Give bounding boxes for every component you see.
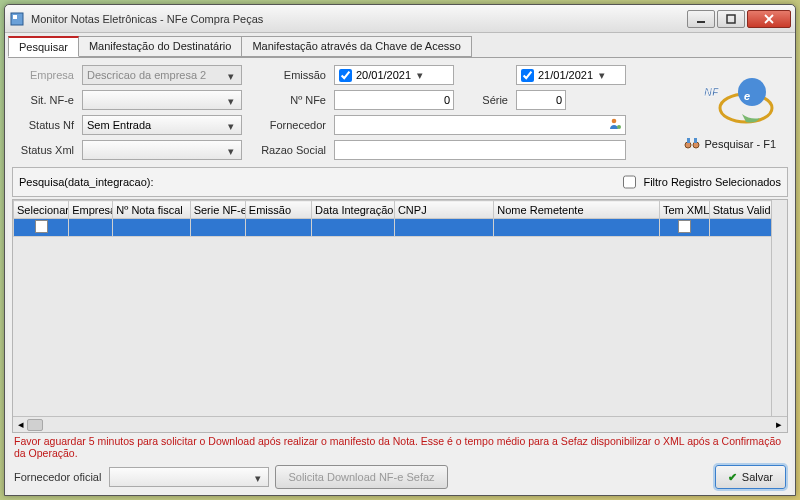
statusxml-combo[interactable]: ▾ — [82, 140, 242, 160]
fornecedor-label: Fornecedor — [248, 119, 328, 131]
window-title: Monitor Notas Eletrônicas - NFe Compra P… — [31, 13, 687, 25]
filter-selected-checkbox[interactable] — [623, 173, 636, 191]
razao-label: Razao Social — [248, 144, 328, 156]
scroll-thumb[interactable] — [27, 419, 43, 431]
app-window: Monitor Notas Eletrônicas - NFe Compra P… — [4, 4, 796, 496]
empresa-combo[interactable]: Descricao da empresa 2 ▾ — [82, 65, 242, 85]
serie-input[interactable]: 0 — [516, 90, 566, 110]
nfe-label: Nº NFe — [248, 94, 328, 106]
pesquisar-button[interactable]: Pesquisar - F1 — [684, 136, 776, 152]
tab-pesquisar[interactable]: Pesquisar — [8, 36, 79, 57]
search-input[interactable] — [158, 173, 610, 191]
column-header[interactable]: Data Integração — [312, 201, 395, 219]
search-row: Pesquisa(data_integracao): Filtro Regist… — [12, 167, 788, 197]
row-select-checkbox[interactable] — [35, 220, 48, 233]
chevron-down-icon: ▾ — [413, 69, 427, 82]
titlebar: Monitor Notas Eletrônicas - NFe Compra P… — [5, 5, 795, 33]
svg-point-7 — [617, 125, 621, 129]
pesquisar-label: Pesquisar - F1 — [704, 138, 776, 150]
emissao-to-date[interactable]: 21/01/2021 ▾ — [516, 65, 626, 85]
close-button[interactable] — [747, 10, 791, 28]
binoculars-icon — [684, 136, 700, 152]
fornecedor-input[interactable] — [334, 115, 626, 135]
statusnf-combo[interactable]: Sem Entrada ▾ — [82, 115, 242, 135]
app-icon — [9, 11, 25, 27]
emissao-from-date[interactable]: 20/01/2021 ▾ — [334, 65, 454, 85]
column-header[interactable]: Nome Remetente — [494, 201, 660, 219]
column-header[interactable]: Tem XML — [659, 201, 709, 219]
column-header[interactable]: CNPJ — [394, 201, 493, 219]
statusnf-label: Status Nf — [16, 119, 76, 131]
solicita-label: Solicita Download NF-e Sefaz — [288, 471, 434, 483]
svg-rect-1 — [13, 15, 17, 19]
emissao-from-value: 20/01/2021 — [354, 69, 413, 81]
svg-rect-3 — [727, 15, 735, 23]
warning-text: Favor aguardar 5 minutos para solicitar … — [8, 433, 792, 461]
emissao-to-checkbox[interactable] — [521, 69, 534, 82]
column-header[interactable]: Emissão — [245, 201, 311, 219]
chevron-down-icon: ▾ — [251, 471, 265, 485]
empresa-label: Empresa — [16, 69, 76, 81]
svg-point-6 — [612, 119, 617, 124]
statusxml-label: Status Xml — [16, 144, 76, 156]
emissao-from-checkbox[interactable] — [339, 69, 352, 82]
grid-table[interactable]: SelecionarEmpresaNº Nota fiscalSerie NF-… — [13, 200, 787, 237]
horizontal-scrollbar[interactable]: ◂ ▸ — [13, 416, 787, 432]
filter-selected-label: Filtro Registro Selecionados — [643, 176, 781, 188]
check-icon: ✔ — [728, 471, 737, 484]
window-buttons — [687, 10, 791, 28]
filter-selected-container: Filtro Registro Selecionados — [619, 170, 781, 194]
column-header[interactable]: Selecionar — [14, 201, 69, 219]
column-header[interactable]: Serie NF-e — [190, 201, 245, 219]
minimize-button[interactable] — [687, 10, 715, 28]
emissao-to-value: 21/01/2021 — [536, 69, 595, 81]
content-pane: Empresa Descricao da empresa 2 ▾ Emissão… — [8, 57, 792, 495]
razao-input[interactable] — [334, 140, 626, 160]
chevron-down-icon: ▾ — [595, 69, 609, 82]
statusnf-value: Sem Entrada — [87, 119, 151, 131]
fornecedor-oficial-label: Fornecedor oficial — [14, 471, 103, 483]
salvar-label: Salvar — [742, 471, 773, 483]
nfe-logo: NF e — [694, 66, 784, 136]
vertical-scrollbar[interactable] — [771, 200, 787, 416]
emissao-label: Emissão — [248, 69, 328, 81]
tab-bar: Pesquisar Manifestação do Destinatário M… — [5, 33, 795, 57]
column-header[interactable]: Empresa — [69, 201, 113, 219]
chevron-down-icon: ▾ — [224, 94, 238, 108]
search-label: Pesquisa(data_integracao): — [19, 176, 154, 188]
svg-rect-15 — [694, 138, 697, 143]
filter-panel: Empresa Descricao da empresa 2 ▾ Emissão… — [8, 58, 792, 165]
fornecedor-oficial-combo[interactable]: ▾ — [109, 467, 269, 487]
svg-text:NF: NF — [704, 86, 719, 98]
serie-label: Série — [460, 94, 510, 106]
sitnfe-label: Sit. NF-e — [16, 94, 76, 106]
chevron-down-icon: ▾ — [224, 69, 238, 83]
empresa-value: Descricao da empresa 2 — [87, 69, 206, 81]
sitnfe-combo[interactable]: ▾ — [82, 90, 242, 110]
maximize-button[interactable] — [717, 10, 745, 28]
row-xml-checkbox[interactable] — [678, 220, 691, 233]
tab-manifestacao-chave[interactable]: Manifestação através da Chave de Acesso — [241, 36, 472, 57]
grid: SelecionarEmpresaNº Nota fiscalSerie NF-… — [12, 199, 788, 433]
nfe-input[interactable]: 0 — [334, 90, 454, 110]
svg-rect-14 — [687, 138, 690, 143]
svg-point-10 — [738, 78, 766, 106]
salvar-button[interactable]: ✔ Salvar — [715, 465, 786, 489]
grid-body-empty — [13, 237, 787, 416]
column-header[interactable]: Nº Nota fiscal — [113, 201, 190, 219]
chevron-down-icon: ▾ — [224, 119, 238, 133]
solicita-download-button[interactable]: Solicita Download NF-e Sefaz — [275, 465, 447, 489]
tab-manifestacao-destinatario[interactable]: Manifestação do Destinatário — [78, 36, 242, 57]
grid-header-row: SelecionarEmpresaNº Nota fiscalSerie NF-… — [14, 201, 787, 219]
table-row[interactable] — [14, 219, 787, 237]
person-icon[interactable] — [608, 117, 622, 133]
chevron-down-icon: ▾ — [224, 144, 238, 158]
footer: Fornecedor oficial ▾ Solicita Download N… — [8, 461, 792, 495]
svg-text:e: e — [744, 90, 750, 102]
